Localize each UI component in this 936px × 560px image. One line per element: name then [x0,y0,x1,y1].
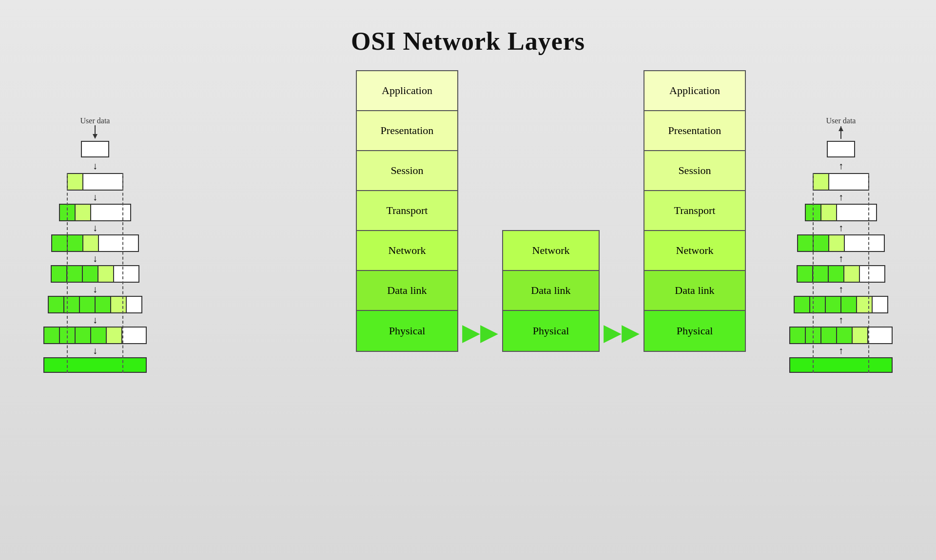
enc-cell-g6d [91,328,107,343]
renc-cell-g6e [853,328,868,343]
enc-cell-yg [68,174,83,190]
renc-cell-yg2 [821,205,837,220]
renc-cell-g6c [821,328,837,343]
enc-row-6 [43,327,147,344]
renc-cell-g1 [806,205,821,220]
up-arrow-2: ↑ [838,192,843,203]
enc-cell-g3b [68,235,83,251]
renc-cell-w5 [873,297,887,312]
diagram-area: User data ↓ ↓ [0,70,936,352]
left-layer-application: Application [357,71,457,111]
up-arrow-1: ↑ [838,160,843,172]
enc-cell-g6b [60,328,76,343]
left-userdata-label: User data [80,116,110,125]
renc-row-5 [794,296,888,313]
renc-cell-g3c [829,235,845,251]
enc-cell-g5b [64,297,80,312]
enc-cell-g3a [52,235,68,251]
enc-cell-g1 [60,205,76,220]
renc-cell-w4 [860,266,884,282]
enc-cell-g3c [83,235,99,251]
userdata-box-right [827,141,855,157]
renc-row-1 [813,173,869,191]
enc-cell-g6a [44,328,60,343]
renc-cell-g5c [826,297,841,312]
left-layer-transport: Transport [357,191,457,231]
middle-osi-stack: Network Data link Physical [502,230,600,352]
enc-cell-g4d [98,266,114,282]
up-arrow-7: ↑ [838,345,843,356]
right-layer-application: Application [644,71,745,111]
enc-cell-g5e [111,297,127,312]
svg-marker-3 [838,126,843,131]
right-userdata-label: User data [826,116,856,125]
up-arrow-4: ↑ [838,253,843,264]
renc-cell-w6 [868,328,892,343]
gap2: ▶▶ [600,321,644,352]
enc-cell-w2 [91,205,130,220]
down-arrow-5: ↓ [93,284,98,295]
enc-cell-w5 [127,297,141,312]
down-arrow-3: ↓ [93,222,98,233]
page-title: OSI Network Layers [351,27,585,56]
up-arrow-3: ↑ [838,222,843,233]
renc-row-4 [797,265,885,283]
enc-cell-g4a [52,266,67,282]
down-arrow-2: ↓ [93,192,98,203]
userdata-box-left [81,141,109,157]
renc-cell-g5e [857,297,873,312]
left-layer-network: Network [357,231,457,271]
left-bottom-bar [43,357,147,373]
up-arrow-6: ↑ [838,314,843,326]
renc-cell-g4b [813,266,829,282]
renc-row-6 [789,327,893,344]
enc-cell-g6c [76,328,91,343]
mid-layer-physical: Physical [503,311,599,351]
enc-cell-g5a [49,297,64,312]
enc-row-3 [51,234,139,252]
renc-cell-g4d [844,266,860,282]
left-osi-stack: Application Presentation Session Transpo… [356,70,458,352]
enc-cell-yg2 [76,205,91,220]
enc-cell-g5d [96,297,111,312]
right-bottom-bar [789,357,893,373]
right-layer-physical: Physical [644,311,745,351]
enc-cell-w [83,174,122,190]
enc-cell-g4b [67,266,83,282]
up-arrow-5: ↑ [838,284,843,295]
down-arrow-7: ↓ [93,345,98,356]
right-osi-stack: Application Presentation Session Transpo… [644,70,746,352]
main-container: OSI Network Layers User data ↓ [0,0,936,560]
right-layer-network: Network [644,231,745,271]
renc-cell-g3b [814,235,829,251]
enc-cell-w3 [99,235,138,251]
renc-cell-w2 [837,205,876,220]
svg-marker-1 [93,134,98,139]
down-arrow-4: ↓ [93,253,98,264]
enc-row-4 [51,265,139,283]
left-layer-session: Session [357,151,457,191]
gap1: ▶▶ [458,321,502,352]
renc-cell-g3a [798,235,814,251]
renc-row-3 [797,234,885,252]
left-pyramid-wrapper: ↓ ↓ ↓ [32,173,158,373]
renc-cell-g4a [798,266,813,282]
renc-cell-g4c [829,266,844,282]
left-layer-datalink: Data link [357,271,457,311]
userdata-arrow-icon [85,125,105,140]
right-layer-session: Session [644,151,745,191]
enc-row-1 [67,173,123,191]
enc-cell-g6e [107,328,122,343]
renc-cell-g6d [837,328,853,343]
userdata-arrow-right-icon [831,125,851,140]
renc-cell-g5b [810,297,826,312]
enc-cell-g5c [80,297,96,312]
enc-cell-w4 [114,266,138,282]
right-encoding-diagram: User data ↑ ↑ [773,116,909,373]
left-encoding-diagram: User data ↓ ↓ [27,116,163,373]
center-stacks-container: Application Presentation Session Transpo… [356,70,746,352]
mid-layer-network: Network [503,231,599,271]
renc-cell-g6a [790,328,806,343]
down-arrow-1: ↓ [93,160,98,172]
renc-cell-g5d [841,297,857,312]
